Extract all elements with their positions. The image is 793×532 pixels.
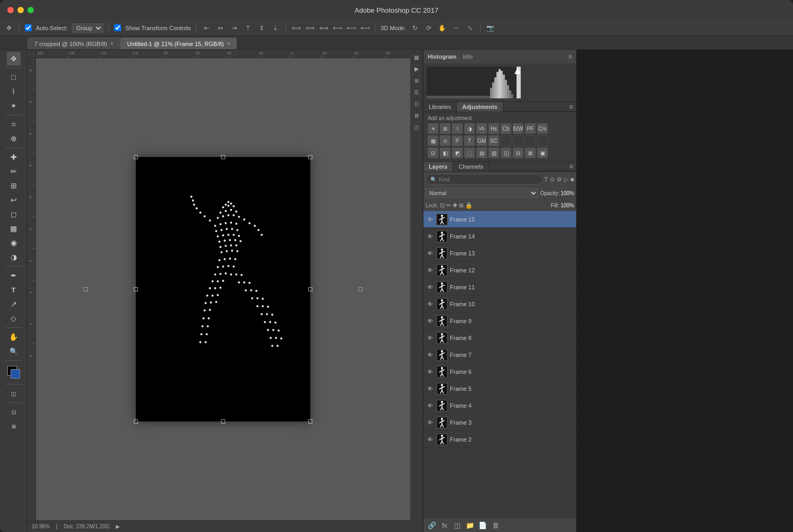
- layer-row[interactable]: 👁Frame 11: [423, 279, 576, 296]
- tab-channels[interactable]: Channels: [453, 162, 488, 171]
- layer-eye-icon[interactable]: 👁: [426, 418, 434, 427]
- adj-r9[interactable]: ⊠: [525, 148, 536, 158]
- tab-cropped-close[interactable]: ×: [110, 41, 114, 47]
- transform-handle-bm[interactable]: [221, 419, 225, 424]
- tab-adjustments[interactable]: Adjustments: [457, 102, 503, 112]
- pen-tool[interactable]: ✒: [7, 269, 21, 282]
- move-tool[interactable]: ✥: [7, 52, 21, 66]
- marquee-tool[interactable]: □: [7, 70, 21, 84]
- outer-transform-handle-left[interactable]: [84, 287, 88, 291]
- magic-wand-tool[interactable]: ✴: [7, 99, 21, 113]
- layer-eye-icon[interactable]: 👁: [426, 232, 434, 241]
- new-layer-btn[interactable]: 📄: [477, 520, 488, 530]
- layers-type-icon2[interactable]: ⊙: [550, 176, 555, 183]
- adj-r3[interactable]: ◩: [452, 148, 463, 158]
- info-tab[interactable]: Info: [463, 53, 472, 60]
- transform-handle-br[interactable]: [308, 419, 312, 424]
- adj-gradientmap[interactable]: GM: [476, 135, 487, 146]
- layers-type-icon4[interactable]: ▷: [564, 176, 568, 183]
- add-mask-btn[interactable]: ◫: [452, 520, 463, 530]
- panel-icon4[interactable]: ⊠: [411, 110, 422, 121]
- adj-brightness[interactable]: ☀: [428, 123, 438, 134]
- distribute-middle-icon[interactable]: ⟻: [346, 23, 356, 33]
- outer-transform-handle-right[interactable]: [358, 287, 363, 291]
- tab-cropped[interactable]: 7 cropped @ 100% (RGB/8) ×: [27, 38, 121, 49]
- align-right-icon[interactable]: ⇥: [229, 23, 239, 33]
- distribute-right-icon[interactable]: ⟺: [319, 23, 328, 33]
- fill-value[interactable]: 100%: [560, 203, 574, 208]
- screen-mode2-tool[interactable]: ⊞: [7, 419, 21, 433]
- quick-mask-tool[interactable]: ◫: [7, 387, 21, 400]
- adj-r5[interactable]: ▤: [476, 148, 487, 158]
- adj-r7[interactable]: ◫: [501, 148, 511, 158]
- histogram-menu-icon[interactable]: ≡: [568, 53, 572, 60]
- blur-tool[interactable]: ◉: [7, 236, 21, 250]
- dodge-tool[interactable]: ◑: [7, 250, 21, 264]
- layer-row[interactable]: 👁Frame 6: [423, 363, 576, 380]
- adj-hsl[interactable]: Hs: [488, 123, 499, 134]
- status-arrow[interactable]: ▶: [116, 524, 120, 529]
- shape-tool[interactable]: ◇: [7, 311, 21, 325]
- transform-handle-tr[interactable]: [308, 155, 312, 159]
- transform-handle-mr[interactable]: [308, 287, 312, 291]
- adj-channelmixer[interactable]: Cm: [537, 123, 548, 134]
- adj-exposure[interactable]: ◑: [464, 123, 475, 134]
- adj-r10[interactable]: ▣: [537, 148, 548, 158]
- canvas-area[interactable]: [36, 58, 410, 520]
- adj-r6[interactable]: ▧: [488, 148, 499, 158]
- tab-untitled[interactable]: Untitled-1 @ 11% (Frame 15, RGB/8) ×: [121, 38, 237, 49]
- panel-icon2[interactable]: ☰: [411, 87, 422, 97]
- autoselect-type[interactable]: Group Layer: [72, 23, 103, 33]
- layer-eye-icon[interactable]: 👁: [426, 317, 434, 325]
- layer-eye-icon[interactable]: 👁: [426, 435, 434, 444]
- adj-vibrance[interactable]: Vb: [476, 123, 487, 134]
- create-group-btn[interactable]: 📁: [465, 520, 475, 530]
- clone-stamp-tool[interactable]: ⊞: [7, 179, 21, 192]
- transform-handle-tl[interactable]: [134, 155, 138, 159]
- align-left-icon[interactable]: ⇤: [202, 23, 211, 33]
- transform-handle-tm[interactable]: [221, 155, 225, 159]
- layer-row[interactable]: 👁Frame 15: [423, 211, 576, 228]
- lock-artboard-icon[interactable]: ⊞: [459, 202, 464, 209]
- adj-bw[interactable]: B/W: [513, 123, 523, 134]
- layer-eye-icon[interactable]: 👁: [426, 266, 434, 274]
- layer-row[interactable]: 👁Frame 10: [423, 296, 576, 313]
- layer-row[interactable]: 👁Frame 4: [423, 397, 576, 414]
- layer-row[interactable]: 👁Frame 7: [423, 346, 576, 363]
- layer-eye-icon[interactable]: 👁: [426, 283, 434, 291]
- gradient-tool[interactable]: ▦: [7, 222, 21, 235]
- hand-tool[interactable]: ✋: [7, 330, 21, 344]
- layers-type-icon3[interactable]: ⚙: [557, 176, 562, 183]
- adj-r8[interactable]: ⊟: [513, 148, 523, 158]
- panel-icon5[interactable]: ◫: [411, 122, 422, 132]
- adj-posterize[interactable]: P: [452, 135, 463, 146]
- layer-row[interactable]: 👁Frame 8: [423, 329, 576, 346]
- layer-eye-icon[interactable]: 👁: [426, 401, 434, 410]
- lock-transparent-icon[interactable]: ⊡: [440, 202, 445, 209]
- eraser-tool[interactable]: ◻: [7, 207, 21, 221]
- tab-untitled-close[interactable]: ×: [227, 41, 230, 47]
- lock-image-icon[interactable]: ✏: [446, 202, 451, 209]
- camera-icon[interactable]: 📷: [486, 23, 495, 33]
- transform-handle-bl[interactable]: [134, 419, 138, 424]
- lasso-tool[interactable]: ⌇: [7, 85, 21, 98]
- adj-r4[interactable]: ⬚: [464, 148, 475, 158]
- lock-position-icon[interactable]: ✚: [453, 202, 457, 209]
- align-center-h-icon[interactable]: ⇔: [216, 23, 225, 33]
- layer-eye-icon[interactable]: 👁: [426, 300, 434, 308]
- crop-tool[interactable]: ⌗: [7, 117, 21, 131]
- adj-colorbalance[interactable]: Cb: [501, 123, 511, 134]
- layer-row[interactable]: 👁Frame 3: [423, 414, 576, 431]
- show-transform-checkbox[interactable]: [114, 24, 121, 31]
- close-button[interactable]: [7, 7, 14, 13]
- adj-colorlookup[interactable]: ▦: [428, 135, 438, 146]
- maximize-button[interactable]: [27, 7, 34, 13]
- align-top-icon[interactable]: ⇡: [243, 23, 253, 33]
- tab-layers[interactable]: Layers: [423, 162, 453, 171]
- layer-eye-icon[interactable]: 👁: [426, 334, 434, 342]
- adj-invert[interactable]: ⊙: [440, 135, 450, 146]
- layer-row[interactable]: 👁Frame 9: [423, 313, 576, 329]
- adj-threshold[interactable]: T: [464, 135, 475, 146]
- histogram-panel-header[interactable]: Histogram Info ≡: [423, 50, 576, 63]
- tab-libraries[interactable]: Libraries: [423, 102, 457, 112]
